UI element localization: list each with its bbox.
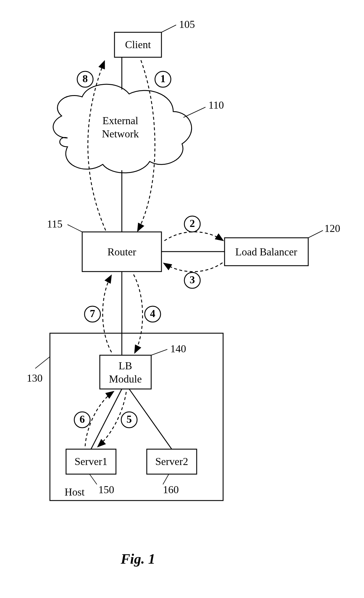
step-label-7: 7	[90, 308, 95, 319]
step-label-6: 6	[80, 413, 85, 425]
lb-module-label1: LB	[119, 360, 132, 372]
network-label1: External	[102, 115, 138, 127]
host-label: Host	[65, 486, 85, 498]
host-ref-leader	[35, 357, 50, 368]
client-ref: 105	[179, 18, 195, 30]
lb-module-ref: 140	[170, 343, 186, 355]
network-diagram: Client 105 External Network 110 Router 1…	[0, 0, 364, 598]
lb-ref: 120	[324, 223, 340, 234]
client-ref-leader	[161, 25, 176, 32]
client-label: Client	[125, 39, 151, 50]
step-label-4: 4	[150, 308, 155, 319]
step-label-8: 8	[82, 73, 88, 85]
lb-module-label2: Module	[109, 373, 142, 385]
figure-label: Fig. 1	[120, 551, 155, 567]
server1-label: Server1	[75, 456, 107, 467]
step-label-5: 5	[127, 413, 132, 425]
server1-ref: 150	[98, 484, 114, 496]
router-ref-leader	[68, 225, 82, 232]
lb-ref-leader	[308, 230, 323, 238]
network-label2: Network	[102, 128, 139, 140]
network-ref-leader	[183, 107, 205, 117]
step-label-1: 1	[160, 73, 166, 85]
network-ref: 110	[208, 99, 224, 111]
step-label-3: 3	[190, 274, 195, 286]
arrow-step-2	[164, 232, 223, 241]
step-label-2: 2	[190, 218, 195, 229]
server2-label: Server2	[155, 456, 188, 467]
server2-ref: 160	[163, 484, 179, 496]
router-label: Router	[107, 246, 136, 258]
load-balancer-label: Load Balancer	[235, 246, 297, 258]
arrow-step-3	[164, 263, 223, 272]
router-ref: 115	[47, 218, 63, 230]
host-ref: 130	[27, 372, 43, 384]
